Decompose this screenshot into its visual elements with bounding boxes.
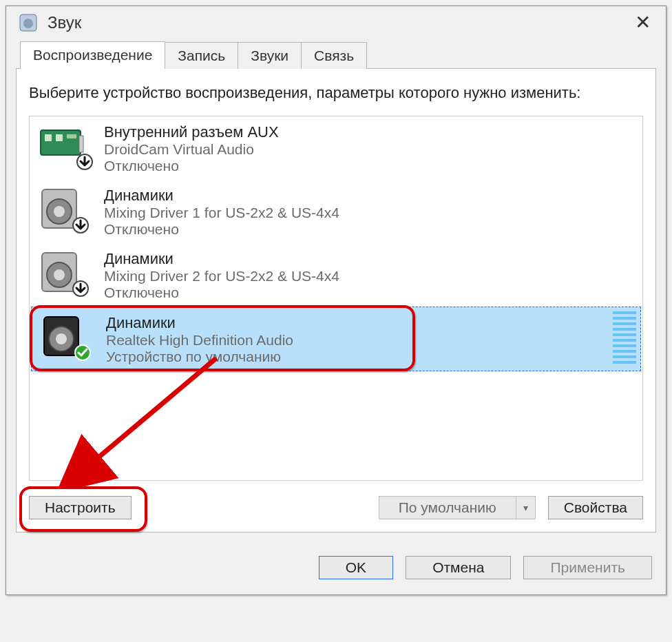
device-status: Отключено [104,221,339,238]
device-item-mixer1[interactable]: Динамики Mixing Driver 1 for US-2x2 & US… [30,180,642,243]
panel-button-row: Настроить По умолчанию ▾ Свойства [29,496,643,519]
tab-sounds[interactable]: Звуки [238,42,302,69]
device-name: Динамики [104,250,339,268]
panel-instruction: Выберите устройство воспроизведения, пар… [29,83,643,103]
device-description: Mixing Driver 1 for US-2x2 & US-4x4 [104,205,339,221]
set-default-label: По умолчанию [379,496,516,519]
tab-communications[interactable]: Связь [301,42,367,69]
check-badge-icon [74,344,91,361]
properties-button[interactable]: Свойства [548,496,643,519]
device-description: Mixing Driver 2 for US-2x2 & US-4x4 [104,268,339,284]
close-button[interactable]: ✕ [629,13,656,32]
device-name: Динамики [106,314,293,332]
tab-recording[interactable]: Запись [165,42,238,69]
sound-dialog: Звук ✕ Воспроизведение Запись Звуки Связ… [6,6,666,595]
device-item-mixer2[interactable]: Динамики Mixing Driver 2 for US-2x2 & US… [30,243,642,307]
arrow-down-badge-icon [72,280,89,297]
titlebar: Звук ✕ [6,6,666,39]
tab-strip: Воспроизведение Запись Звуки Связь [16,40,656,69]
vu-meter [613,311,636,366]
dialog-footer: OK Отмена Применить [6,542,666,594]
window-title: Звук [48,13,81,32]
arrow-down-badge-icon [76,154,93,170]
cancel-button[interactable]: Отмена [406,556,511,579]
tab-playback[interactable]: Воспроизведение [20,41,165,69]
device-name: Динамики [104,187,339,205]
device-status: Устройство по умолчанию [106,349,293,365]
configure-button[interactable]: Настроить [29,496,132,519]
device-description: Realtek High Definition Audio [106,332,293,349]
set-default-split-button[interactable]: По умолчанию ▾ [379,496,536,519]
device-name: Внутренний разъем AUX [104,123,279,141]
device-status: Отключено [104,158,279,174]
playback-panel: Выберите устройство воспроизведения, пар… [16,68,656,532]
sound-title-icon [19,13,38,32]
device-item-aux[interactable]: Внутренний разъем AUX DroidCam Virtual A… [30,116,642,180]
device-status: Отключено [104,284,339,301]
arrow-down-badge-icon [72,217,89,234]
device-description: DroidCam Virtual Audio [104,141,279,158]
ok-button[interactable]: OK [319,556,393,579]
apply-button[interactable]: Применить [523,556,652,579]
device-item-realtek[interactable]: Динамики Realtek High Definition Audio У… [31,307,641,371]
chevron-down-icon[interactable]: ▾ [516,496,536,519]
device-list[interactable]: Внутренний разъем AUX DroidCam Virtual A… [29,116,643,481]
